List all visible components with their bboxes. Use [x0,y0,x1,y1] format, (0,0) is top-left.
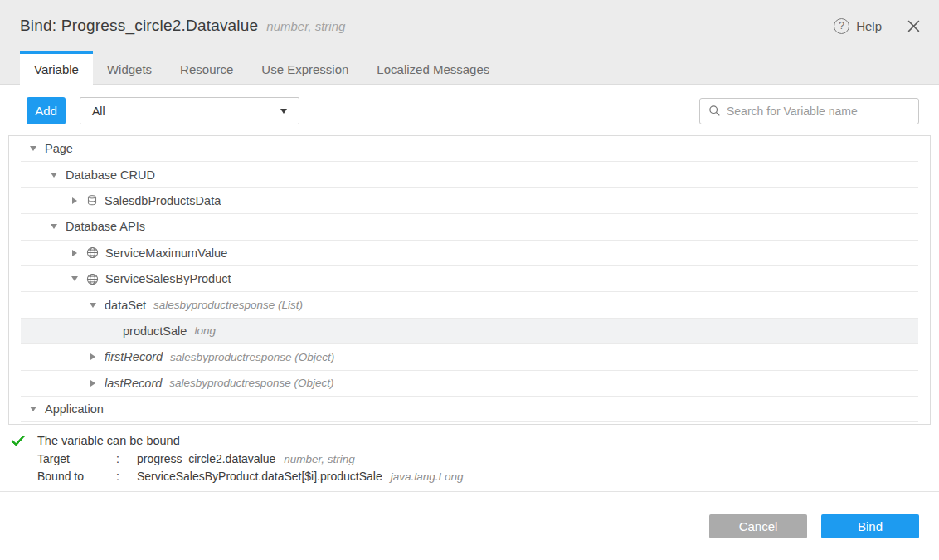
search-box [699,98,919,124]
tree-row-salesdbproductsdata[interactable]: SalesdbProductsData [21,188,918,214]
tab-widgets[interactable]: Widgets [93,51,166,84]
tree-row-database-crud[interactable]: Database CRUD [21,162,918,187]
help-label: Help [856,19,882,33]
tree-node-label: firstRecord [105,350,163,363]
tree-node-label: Page [45,142,73,155]
tab-use-expression[interactable]: Use Expression [247,51,362,84]
tree-row-servicesalesbyproduct[interactable]: ServiceSalesByProduct [21,266,918,292]
tree-node-label: Application [45,402,104,416]
status-value-type: number, string [284,453,355,465]
tree-node-label: dataSet [105,299,146,312]
variable-filter-select[interactable]: All [80,97,299,124]
database-icon [86,194,98,207]
tree-node-label: ServiceSalesByProduct [105,272,231,285]
tab-label: Widgets [107,62,152,76]
status-colon: : [116,452,137,465]
tree-node-label: ServiceMaximumValue [105,246,227,260]
tree-row-firstrecord[interactable]: firstRecord salesbyproductresponse (Obje… [21,344,918,370]
expander-collapse-icon[interactable] [88,303,98,308]
tab-label: Resource [180,62,233,76]
expander-expand-icon[interactable] [88,380,98,387]
tree-node-label: Database APIs [66,220,145,233]
tab-label: Variable [34,62,79,76]
status-value: ServiceSalesByProduct.dataSet[$i].produc… [137,470,382,483]
status-value: progress_circle2.datavalue [137,452,275,465]
tree-node-type: salesbyproductresponse (Object) [169,377,333,389]
expander-collapse-icon[interactable] [70,276,80,281]
tab-resource[interactable]: Resource [166,51,247,84]
tree-row-application[interactable]: Application [21,397,918,422]
tree-node-type: salesbyproductresponse (Object) [170,351,334,363]
variable-tree: Page Database CRUD SalesdbProductsData D… [8,135,931,425]
search-input[interactable] [727,105,910,118]
tree-row-dataset[interactable]: dataSet salesbyproductresponse (List) [21,292,918,318]
dialog-title-type: number, string [266,19,345,33]
tree-node-type: long [194,324,216,337]
dropdown-arrow-icon [280,109,287,114]
expander-expand-icon[interactable] [88,353,98,360]
close-button[interactable] [907,19,921,33]
search-icon [708,105,721,117]
success-check-icon [12,436,37,446]
variables-toolbar: Add All [0,85,939,135]
tree-node-label: Database CRUD [66,168,155,182]
help-button[interactable]: ? Help [834,18,882,34]
dialog-footer: Cancel Bind [0,492,939,538]
status-label: Target [37,452,116,465]
status-colon: : [116,470,137,483]
expander-collapse-icon[interactable] [49,224,59,229]
tree-row-database-apis[interactable]: Database APIs [21,214,918,240]
web-service-icon [86,246,99,259]
status-target-row: Target : progress_circle2.datavalue numb… [37,452,919,465]
tab-variable[interactable]: Variable [20,51,93,85]
tree-node-type: salesbyproductresponse (List) [153,299,303,311]
tree-node-label: SalesdbProductsData [105,194,221,207]
expander-collapse-icon[interactable] [28,146,38,151]
tree-row-page[interactable]: Page [21,136,918,162]
status-bound-to-row: Bound to : ServiceSalesByProduct.dataSet… [37,470,919,483]
expander-expand-icon[interactable] [70,250,80,256]
close-icon [907,19,921,33]
dialog-header: Bind: Progress_circle2.Datavalue number,… [0,0,939,51]
cancel-button[interactable]: Cancel [709,514,807,538]
tree-row-servicemaximumvalue[interactable]: ServiceMaximumValue [21,241,918,266]
tree-row-productsale[interactable]: productSale long [21,319,918,344]
filter-selected-value: All [92,105,105,118]
expander-collapse-icon[interactable] [28,407,38,411]
bind-dialog: Bind: Progress_circle2.Datavalue number,… [0,0,939,560]
web-service-icon [86,273,99,285]
add-variable-button[interactable]: Add [27,97,66,124]
help-icon: ? [834,18,849,34]
tree-row-lastrecord[interactable]: lastRecord salesbyproductresponse (Objec… [21,371,918,397]
status-value-type: java.lang.Long [391,470,464,483]
status-message: The variable can be bound [37,434,180,447]
tab-label: Use Expression [261,62,348,76]
tree-node-label: lastRecord [105,377,162,390]
tab-bar: Variable Widgets Resource Use Expression… [0,51,939,85]
dialog-title: Bind: Progress_circle2.Datavalue [20,17,258,35]
tab-label: Localized Messages [377,62,489,76]
status-label: Bound to [37,470,116,483]
tree-node-label: productSale [123,324,187,338]
expander-collapse-icon[interactable] [49,173,59,178]
bind-status-panel: The variable can be bound Target : progr… [0,425,939,483]
bind-button[interactable]: Bind [821,514,919,538]
tab-localized-messages[interactable]: Localized Messages [362,51,504,84]
header-actions: ? Help [834,18,921,34]
expander-expand-icon[interactable] [70,197,80,204]
